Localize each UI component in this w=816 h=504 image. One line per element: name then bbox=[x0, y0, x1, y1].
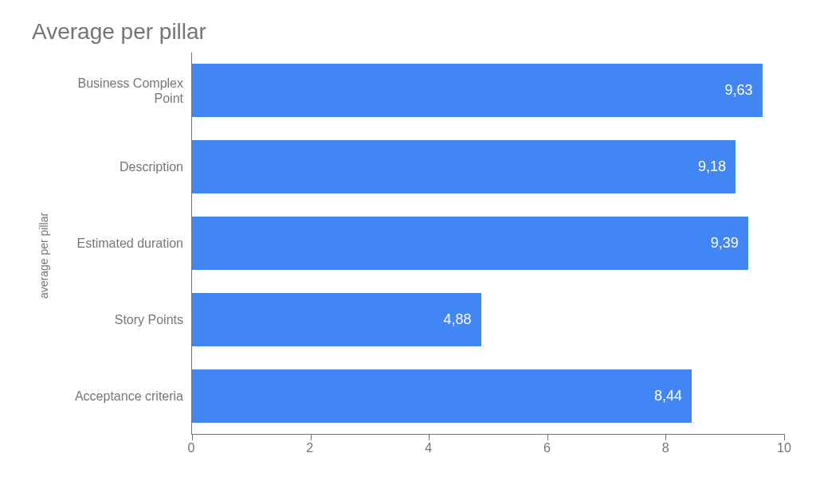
chart-container: Average per pillar average per pillar Bu… bbox=[0, 0, 816, 504]
bar-value-label: 8,44 bbox=[654, 388, 682, 404]
bar-slot: 8,44 bbox=[192, 357, 784, 434]
x-tick-label: 10 bbox=[777, 441, 791, 455]
x-tick-label: 2 bbox=[306, 441, 313, 455]
bar-slot: 9,18 bbox=[192, 129, 784, 205]
plot-area: 9,639,189,394,888,44 bbox=[191, 53, 784, 435]
bar: 4,88 bbox=[192, 293, 481, 346]
y-tick-label: Description bbox=[56, 129, 191, 205]
bar-value-label: 9,39 bbox=[711, 235, 739, 252]
y-tick-label: Estimated duration bbox=[56, 205, 191, 282]
y-tick-label: Business Complex Point bbox=[56, 53, 191, 129]
y-tick-label: Story Points bbox=[56, 282, 191, 358]
y-axis-categories-col: Business Complex PointDescriptionEstimat… bbox=[56, 53, 191, 459]
y-axis-title: average per pillar bbox=[37, 213, 50, 299]
bars: 9,639,189,394,888,44 bbox=[192, 53, 784, 434]
bar: 8,44 bbox=[192, 369, 692, 423]
bar-value-label: 9,63 bbox=[724, 82, 752, 99]
x-tick-label: 0 bbox=[188, 441, 195, 455]
plot-col: 9,639,189,394,888,44 0246810 bbox=[191, 53, 784, 459]
x-tick-label: 8 bbox=[662, 441, 669, 455]
bar-slot: 9,39 bbox=[192, 205, 784, 282]
bar-value-label: 4,88 bbox=[444, 311, 472, 328]
x-tick bbox=[784, 434, 785, 440]
y-axis-categories: Business Complex PointDescriptionEstimat… bbox=[56, 53, 191, 435]
x-tick-label: 4 bbox=[425, 441, 432, 455]
bar: 9,39 bbox=[192, 217, 748, 270]
y-axis-title-col: average per pillar bbox=[32, 53, 56, 459]
x-tick-label: 6 bbox=[543, 441, 551, 455]
chart-body: average per pillar Business Complex Poin… bbox=[32, 53, 784, 459]
bar: 9,63 bbox=[192, 64, 763, 117]
bar-slot: 4,88 bbox=[192, 281, 784, 357]
x-axis: 0246810 bbox=[191, 435, 784, 459]
y-tick-label: Acceptance criteria bbox=[56, 358, 191, 435]
bar-value-label: 9,18 bbox=[698, 158, 726, 175]
bar: 9,18 bbox=[192, 140, 736, 193]
chart-title: Average per pillar bbox=[32, 19, 784, 45]
bar-slot: 9,63 bbox=[192, 53, 784, 129]
